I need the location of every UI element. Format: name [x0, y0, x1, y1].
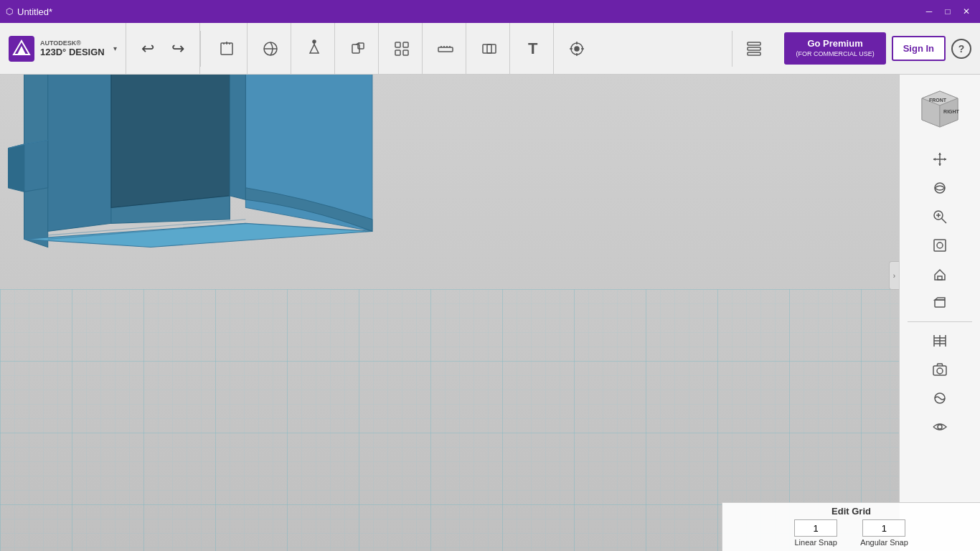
- construct-button[interactable]: [298, 33, 330, 65]
- modify-group: [338, 23, 379, 74]
- svg-rect-16: [438, 47, 453, 52]
- svg-rect-12: [395, 42, 400, 47]
- svg-point-67: [937, 242, 943, 248]
- construct-group: [294, 23, 335, 74]
- svg-point-8: [313, 40, 316, 43]
- svg-marker-70: [935, 298, 945, 300]
- new-object-group: [207, 23, 248, 74]
- pattern-group: [382, 23, 423, 74]
- right-panel: FRONT RIGHT: [899, 75, 980, 551]
- close-button[interactable]: ✕: [958, 4, 974, 19]
- svg-marker-57: [938, 153, 941, 155]
- linear-snap-label: Linear Snap: [794, 538, 837, 547]
- svg-rect-2: [221, 43, 232, 55]
- signin-button[interactable]: Sign In: [892, 36, 946, 61]
- divider-1: [908, 321, 972, 322]
- angular-snap-label: Angular Snap: [860, 538, 908, 547]
- screenshot-button[interactable]: [927, 357, 953, 382]
- angular-snap-input[interactable]: [862, 519, 905, 537]
- combine-group: [469, 23, 510, 74]
- toolbar: AUTODESK® 123D° DESIGN ▾ ↩ ↪: [0, 23, 980, 75]
- sketch-group: [250, 23, 291, 74]
- visibility-button[interactable]: [927, 414, 953, 440]
- maximize-button[interactable]: □: [940, 4, 956, 19]
- collapse-panel-tab[interactable]: ›: [889, 261, 899, 290]
- autodesk-logo: [9, 36, 34, 62]
- view-cube-svg: FRONT RIGHT: [911, 80, 969, 138]
- sketch-button[interactable]: [255, 33, 286, 65]
- measure-button[interactable]: [430, 33, 461, 65]
- grid-inputs: Linear Snap Angular Snap: [794, 519, 908, 547]
- bottom-bar: Edit Grid Linear Snap Angular Snap: [722, 502, 980, 551]
- new-shape-button[interactable]: [211, 33, 242, 65]
- svg-line-63: [942, 219, 947, 224]
- premium-button[interactable]: Go Premium (FOR COMMERCIAL USE): [784, 32, 885, 65]
- svg-rect-66: [934, 240, 946, 251]
- svg-marker-58: [938, 164, 941, 166]
- 3d-object: [0, 75, 404, 308]
- svg-rect-69: [935, 300, 945, 307]
- svg-point-24: [575, 47, 579, 51]
- snap-button[interactable]: [561, 33, 593, 65]
- title-bar-icon: ⬡: [6, 6, 13, 17]
- svg-rect-31: [748, 52, 760, 55]
- linear-snap-input[interactable]: [794, 519, 837, 537]
- perspective-view-button[interactable]: [927, 290, 953, 316]
- home-view-button[interactable]: [927, 261, 953, 287]
- svg-point-80: [938, 425, 942, 429]
- undo-redo-area: ↩ ↪: [126, 23, 200, 74]
- svg-rect-29: [748, 42, 760, 45]
- logo-text: AUTODESK® 123D° DESIGN: [40, 39, 105, 57]
- undo-button[interactable]: ↩: [135, 36, 161, 62]
- measure-group: [425, 23, 466, 74]
- window-title: Untitled*: [17, 6, 52, 17]
- svg-marker-39: [48, 75, 111, 231]
- svg-marker-45: [8, 144, 24, 192]
- title-bar: ⬡ Untitled* ─ □ ✕: [0, 0, 980, 23]
- text-button[interactable]: T: [517, 33, 549, 65]
- edit-grid-label: Edit Grid: [728, 506, 974, 517]
- layers-area: [732, 33, 776, 65]
- svg-rect-13: [403, 42, 408, 47]
- snap-group: [557, 23, 597, 74]
- linear-snap-group: Linear Snap: [794, 519, 837, 547]
- viewport[interactable]: [0, 75, 899, 551]
- svg-rect-15: [403, 50, 408, 55]
- layers-button[interactable]: [738, 33, 770, 65]
- svg-marker-42: [111, 75, 230, 207]
- view-cube[interactable]: FRONT RIGHT: [911, 80, 969, 138]
- angular-snap-group: Angular Snap: [860, 519, 908, 547]
- zoom-button[interactable]: [927, 204, 953, 230]
- premium-area: Go Premium (FOR COMMERCIAL USE) Sign In …: [776, 23, 980, 74]
- orbit-button[interactable]: [927, 175, 953, 201]
- help-button[interactable]: ?: [951, 39, 971, 59]
- svg-point-61: [935, 183, 945, 193]
- svg-rect-68: [938, 276, 942, 280]
- material-button[interactable]: [927, 385, 953, 411]
- logo-area: AUTODESK® 123D° DESIGN ▾: [0, 23, 126, 74]
- redo-button[interactable]: ↪: [165, 36, 191, 62]
- tools-area: T: [201, 23, 732, 74]
- grid-view-button[interactable]: [927, 328, 953, 354]
- svg-text:FRONT: FRONT: [929, 98, 947, 103]
- pan-button[interactable]: [927, 146, 953, 172]
- svg-marker-43: [230, 75, 245, 199]
- logo-dropdown[interactable]: ▾: [113, 44, 117, 52]
- combine-button[interactable]: [473, 33, 505, 65]
- svg-text:RIGHT: RIGHT: [943, 109, 960, 114]
- title-bar-left: ⬡ Untitled*: [6, 6, 52, 17]
- svg-rect-10: [358, 43, 364, 49]
- title-bar-controls: ─ □ ✕: [921, 4, 974, 19]
- minimize-button[interactable]: ─: [921, 4, 937, 19]
- svg-rect-30: [748, 47, 760, 50]
- pattern-button[interactable]: [386, 33, 418, 65]
- svg-rect-14: [395, 50, 400, 55]
- modify-button[interactable]: [342, 33, 374, 65]
- svg-marker-59: [933, 158, 936, 161]
- fit-view-button[interactable]: [927, 232, 953, 258]
- svg-marker-44: [24, 140, 48, 192]
- text-group: T: [513, 23, 554, 74]
- svg-point-78: [937, 368, 943, 374]
- svg-marker-60: [944, 158, 946, 161]
